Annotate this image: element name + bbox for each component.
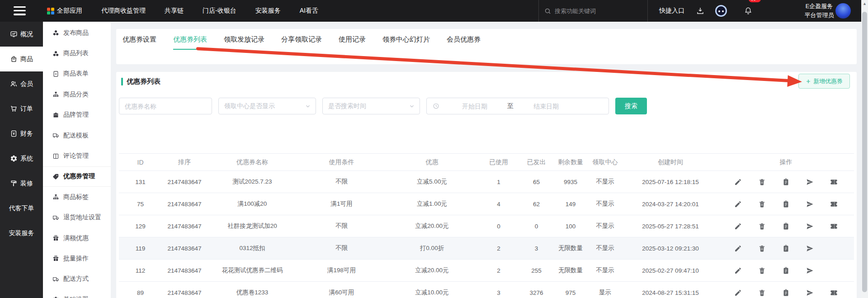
copy-action-button[interactable] <box>782 200 790 208</box>
sidebar-item-2[interactable]: 会员 <box>0 71 43 96</box>
user-menu[interactable]: E企盈服务 平台管理员 <box>798 0 840 22</box>
submenu-item-4[interactable]: 品牌管理 <box>43 105 111 125</box>
download-icon[interactable] <box>696 0 704 22</box>
hamburger-menu-icon[interactable] <box>14 6 26 15</box>
edit-action-button[interactable] <box>734 222 742 230</box>
topbar-menu-item-4[interactable]: 安装服务 <box>255 7 281 15</box>
delete-action-button[interactable] <box>758 178 766 186</box>
submenu-item-7[interactable]: 优惠券管理 <box>43 166 111 187</box>
topbar-menu-item-3[interactable]: 门店-收银台 <box>203 7 236 15</box>
column-header: 优惠 <box>386 154 478 171</box>
ticket-icon <box>830 200 838 208</box>
search-time-select[interactable]: 是否搜索时间 <box>322 98 420 114</box>
submenu-item-11[interactable]: 批量操作 <box>43 248 111 269</box>
edit-action-button[interactable] <box>734 245 742 252</box>
submenu-item-1[interactable]: 商品列表 <box>43 43 111 63</box>
gift-icon <box>52 235 59 241</box>
chevron-down-icon <box>409 103 415 109</box>
edit-action-button[interactable] <box>734 200 742 208</box>
ai-robot-icon[interactable] <box>715 0 727 22</box>
end-date-input[interactable] <box>514 103 578 110</box>
submenu-item-10[interactable]: 满额优惠 <box>43 228 111 248</box>
send-action-button[interactable] <box>806 289 814 297</box>
tab-2[interactable]: 领取发放记录 <box>224 35 264 50</box>
copy-action-button[interactable] <box>782 245 790 252</box>
submenu-item-9[interactable]: 退货地址设置 <box>43 208 111 228</box>
annotation-arrow-head <box>787 75 802 88</box>
submenu-item-13[interactable]: 基础设置 <box>43 289 111 298</box>
quick-entry-link[interactable]: 快捷入口 <box>659 0 684 22</box>
sidebar-item-0[interactable]: 概况 <box>0 22 43 47</box>
goods-icon <box>10 55 18 63</box>
scroll-up-arrow-icon[interactable]: ▲ <box>861 1 868 6</box>
send-action-button[interactable] <box>806 178 814 186</box>
delete-action-button[interactable] <box>758 289 766 297</box>
column-header: 剩余数量 <box>554 154 587 171</box>
submenu-item-0[interactable]: 发布商品 <box>43 23 111 43</box>
ticket-action-button[interactable] <box>830 222 838 230</box>
scrollbar-thumb[interactable] <box>862 12 867 292</box>
table-row: 752147483647满100减20满1可用立减1.00元462149不显示2… <box>119 193 854 215</box>
avatar[interactable] <box>835 3 851 19</box>
copy-action-button[interactable] <box>782 267 790 274</box>
topbar-menu-item-2[interactable]: 共享链 <box>165 7 184 15</box>
delete-action-button[interactable] <box>758 245 766 252</box>
topbar-menu-item-0[interactable]: 全部应用 <box>47 7 82 15</box>
ticket-action-button[interactable] <box>830 289 838 297</box>
center-display-select[interactable]: 领取中心是否显示 <box>218 98 316 114</box>
sidebar-item-8[interactable]: 安装服务 <box>0 221 43 246</box>
ticket-action-button[interactable] <box>830 178 838 186</box>
delete-action-button[interactable] <box>758 222 766 230</box>
send-action-button[interactable] <box>806 222 814 230</box>
edit-icon <box>734 245 742 252</box>
tab-6[interactable]: 会员优惠券 <box>447 35 481 50</box>
cell-name: 0312抵扣 <box>207 237 297 260</box>
start-date-input[interactable] <box>443 103 506 110</box>
cell-created: 2025-02-27 09:47:10 <box>623 260 718 282</box>
sidebar-item-3[interactable]: 订单 <box>0 96 43 121</box>
truck-icon <box>52 132 59 139</box>
submenu-item-8[interactable]: 商品标签 <box>43 187 111 207</box>
edit-action-button[interactable] <box>734 289 742 297</box>
vertical-scrollbar[interactable]: ▲ <box>861 0 868 298</box>
edit-action-button[interactable] <box>734 178 742 186</box>
coupon-tag-icon <box>52 173 59 180</box>
copy-action-button[interactable] <box>782 222 790 230</box>
search-button[interactable]: 搜索 <box>615 98 647 114</box>
tab-0[interactable]: 优惠券设置 <box>123 35 156 50</box>
sidebar-item-6[interactable]: 装修 <box>0 171 43 196</box>
edit-action-button[interactable] <box>734 267 742 274</box>
ticket-action-button[interactable] <box>830 200 838 208</box>
coupon-name-input[interactable] <box>119 103 212 110</box>
copy-action-button[interactable] <box>782 289 790 297</box>
topbar-menu-item-5[interactable]: AI看舌 <box>300 7 318 15</box>
search-input[interactable] <box>555 8 632 14</box>
submenu-item-6[interactable]: 评论管理 <box>43 146 111 166</box>
add-coupon-button[interactable]: 新增优惠券 <box>798 74 850 89</box>
sidebar-item-5[interactable]: 系统 <box>0 146 43 171</box>
submenu-item-2[interactable]: 商品表单 <box>43 64 111 84</box>
sidebar-item-4[interactable]: 财务 <box>0 121 43 146</box>
column-header: ID <box>119 154 162 171</box>
system-icon <box>10 155 18 162</box>
delete-action-button[interactable] <box>758 200 766 208</box>
date-range-picker[interactable]: 至 <box>426 98 609 114</box>
send-action-button[interactable] <box>806 245 814 252</box>
submenu-item-12[interactable]: 配送方式 <box>43 269 111 289</box>
send-action-button[interactable] <box>806 200 814 208</box>
tab-3[interactable]: 分享领取记录 <box>281 35 322 50</box>
tab-4[interactable]: 使用记录 <box>339 35 366 50</box>
finance-icon <box>10 130 18 137</box>
submenu-item-5[interactable]: 配送模板 <box>43 125 111 146</box>
coupon-list-panel: 优惠券列表 新增优惠券 领取中心是否显示 是否搜索时间 至 <box>116 72 857 298</box>
tab-5[interactable]: 领券中心幻灯片 <box>382 35 430 50</box>
send-action-button[interactable] <box>806 267 814 274</box>
sidebar-item-7[interactable]: 代客下单 <box>0 196 43 221</box>
submenu-item-3[interactable]: 商品分类 <box>43 84 111 104</box>
topbar-menu-item-1[interactable]: 代理商收益管理 <box>101 7 146 15</box>
copy-action-button[interactable] <box>782 178 790 186</box>
ticket-icon <box>830 289 838 297</box>
sidebar-item-1[interactable]: 商品 <box>0 47 43 71</box>
delete-action-button[interactable] <box>758 267 766 274</box>
secondary-sidebar: 发布商品商品列表商品表单商品分类品牌管理配送模板评论管理优惠券管理商品标签退货地… <box>43 22 111 298</box>
